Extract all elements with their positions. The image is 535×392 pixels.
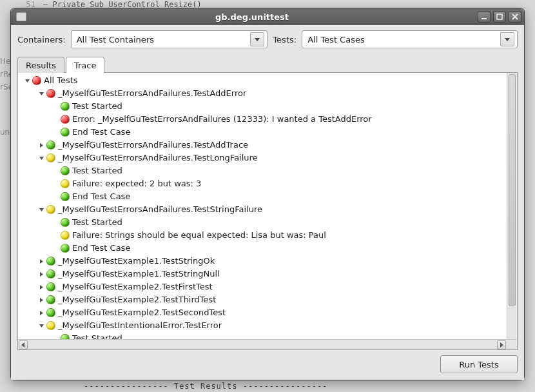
status-green-icon [46,282,55,291]
tree-node[interactable]: _MyselfGuTestErrorsAndFailures.TestAddEr… [18,87,507,100]
tree-node[interactable]: Test Started [18,164,507,177]
horizontal-scrollbar[interactable] [18,339,507,349]
tree-node-label: _MyselfGuTestErrorsAndFailures.TestStrin… [58,203,262,216]
status-green-icon [61,128,70,137]
tree-node-label: _MyselfGuTestErrorsAndFailures.TestLongF… [58,152,258,164]
test-tree[interactable]: All Tests_MyselfGuTestErrorsAndFailures.… [18,73,507,339]
expander-right-icon[interactable] [37,296,45,304]
tree-node-label: Error: _MyselfGuTestErrorsAndFailures (1… [72,113,372,126]
svg-marker-8 [40,143,43,148]
tree-node[interactable]: _MyselfGuTestExample2.TestFirstTest [18,280,507,293]
expander-right-icon[interactable] [37,141,45,149]
expander-down-icon[interactable] [37,206,45,213]
expander-right-icon[interactable] [37,257,45,265]
scrollbar-corner [507,339,517,349]
expander-down-icon[interactable] [37,154,45,162]
svg-marker-14 [40,298,43,302]
tree-node-label: All Tests [44,74,78,87]
tab-trace[interactable]: Trace [66,57,105,73]
tree-node[interactable]: Test Started [18,216,507,229]
tree-node-label: End Test Case [72,190,130,203]
expander-down-icon[interactable] [37,90,45,97]
tree-node[interactable]: _MyselfGuTestExample1.TestStringNull [18,268,507,280]
svg-marker-17 [21,342,24,348]
scroll-left-icon[interactable] [19,340,28,349]
tree-node[interactable]: End Test Case [18,190,507,203]
titlebar[interactable]: gb.deg.unittest [11,8,524,25]
tree-node-label: _MyselfGuTestErrorsAndFailures.TestAddEr… [58,87,246,100]
tree-node-label: Test Started [72,332,122,339]
status-yellow-icon [61,179,70,188]
tree-node[interactable]: End Test Case [18,126,507,139]
status-green-icon [46,295,55,304]
trace-panel: All Tests_MyselfGuTestErrorsAndFailures.… [17,72,518,350]
svg-marker-7 [39,92,44,95]
tree-node[interactable]: _MyselfGuTestExample2.TestSecondTest [18,306,507,319]
containers-label: Containers: [17,35,66,44]
svg-marker-5 [505,38,510,41]
vertical-scrollbar[interactable] [507,73,517,339]
unittest-window: gb.deg.unittest Containers: All Test Con… [10,8,525,380]
status-red-icon [46,89,55,98]
tree-node[interactable]: _MyselfGuTestExample1.TestStringOk [18,255,507,268]
svg-marker-15 [40,311,43,315]
svg-marker-11 [40,259,43,264]
tree-node[interactable]: Test Started [18,332,507,339]
status-green-icon [61,166,70,175]
svg-marker-13 [40,285,43,289]
tabs-bar: Results Trace [17,56,518,72]
tests-dropdown[interactable]: All Test Cases [302,30,518,48]
svg-marker-12 [40,272,43,277]
status-red-icon [32,76,41,85]
status-green-icon [46,270,55,279]
containers-dropdown[interactable]: All Test Containers [71,30,268,48]
expander-right-icon[interactable] [37,309,45,317]
expander-down-icon[interactable] [23,77,31,84]
scrollbar-thumb[interactable] [509,74,516,306]
chevron-down-icon[interactable] [500,32,514,46]
svg-marker-18 [500,342,503,348]
tree-node[interactable]: _MyselfGuTestIntentionalError.TestError [18,319,507,332]
svg-marker-10 [39,208,44,211]
status-yellow-icon [46,205,55,214]
tree-node[interactable]: _MyselfGuTestErrorsAndFailures.TestStrin… [18,203,507,216]
tree-node-label: _MyselfGuTestExample2.TestSecondTest [58,306,226,319]
run-tests-button[interactable]: Run Tests [440,355,518,373]
tests-label: Tests: [273,35,297,44]
expander-right-icon[interactable] [37,283,45,291]
tree-node[interactable]: Error: _MyselfGuTestErrorsAndFailures (1… [18,113,507,126]
tree-node[interactable]: End Test Case [18,242,507,255]
tree-node[interactable]: All Tests [18,74,507,87]
tab-results[interactable]: Results [17,57,64,73]
tree-node-label: End Test Case [72,242,130,255]
close-button[interactable] [509,11,521,23]
svg-rect-1 [497,14,502,19]
tree-node-label: _MyselfGuTestExample2.TestFirstTest [58,280,213,293]
tests-dropdown-value: All Test Cases [307,35,500,44]
status-green-icon [61,334,70,339]
scroll-right-icon[interactable] [497,340,506,349]
tree-node[interactable]: Failure: expected: 2 but was: 3 [18,177,507,190]
tree-node-label: Failure: Strings should be equal expecte… [72,229,326,242]
tree-node-label: Test Started [72,100,122,113]
status-green-icon [61,218,70,227]
tree-node[interactable]: Test Started [18,100,507,113]
window-system-icon[interactable] [16,12,26,21]
tree-node-label: _MyselfGuTestErrorsAndFailures.TestAddTr… [58,139,248,152]
tree-node-label: End Test Case [72,126,130,139]
chevron-down-icon[interactable] [250,32,264,46]
maximize-button[interactable] [493,11,506,23]
tree-node-label: _MyselfGuTestExample2.TestThirdTest [58,293,216,306]
tree-node[interactable]: _MyselfGuTestErrorsAndFailures.TestAddTr… [18,139,507,152]
status-green-icon [61,192,70,201]
minimize-button[interactable] [478,11,491,23]
status-yellow-icon [61,231,70,240]
expander-right-icon[interactable] [37,270,45,278]
status-green-icon [46,308,55,317]
tree-node[interactable]: _MyselfGuTestErrorsAndFailures.TestLongF… [18,152,507,164]
tree-node[interactable]: _MyselfGuTestExample2.TestThirdTest [18,293,507,306]
status-green-icon [61,244,70,253]
tree-node[interactable]: Failure: Strings should be equal expecte… [18,229,507,242]
expander-down-icon[interactable] [37,322,45,329]
tree-node-label: Test Started [72,216,122,229]
